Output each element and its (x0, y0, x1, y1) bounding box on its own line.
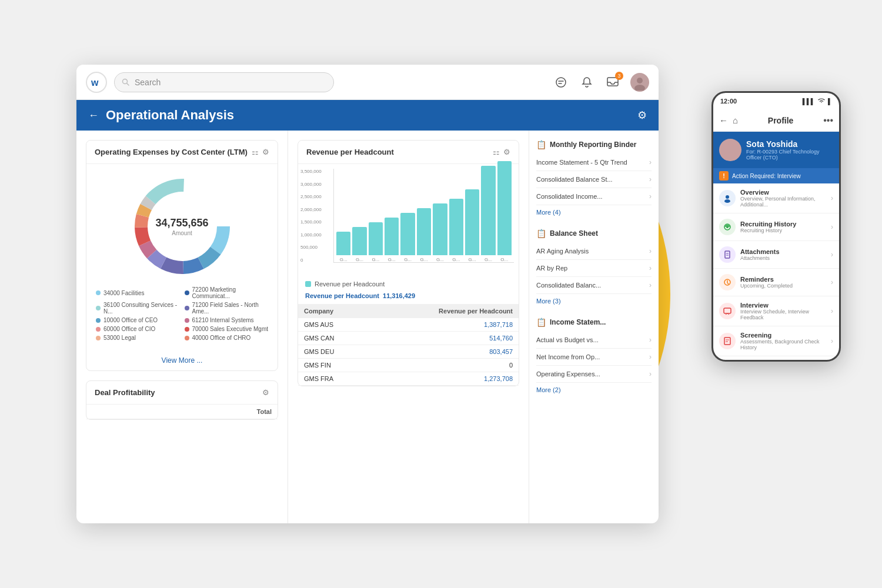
right-panel: 📋 Monthly Reporting Binder Income Statem… (529, 131, 659, 523)
monthly-binder-more[interactable]: More (4) (536, 205, 652, 219)
legend-label-6: 61210 Internal Systems (192, 317, 254, 323)
monthly-binder-title: Monthly Reporting Binder (550, 141, 636, 149)
donut-chart: 34,755,656 Amount (129, 173, 235, 279)
balance-sheet-header: 📋 Balance Sheet (536, 229, 652, 238)
bar-3: G... (369, 222, 383, 262)
rev-stat-value: 11,316,429 (383, 292, 415, 299)
op-expenses-card: Operating Expenses by Cost Center (LTM) … (86, 140, 278, 371)
rev-settings-icon[interactable]: ⚙ (503, 148, 510, 156)
bar-11: O... (497, 161, 512, 262)
chat-icon[interactable] (553, 74, 569, 91)
income-statement-more[interactable]: More (2) (536, 383, 652, 397)
rev-row-2-company: GMS CAN (298, 332, 370, 345)
menu-item-reminders[interactable]: Reminders Upcoming, Completed › (713, 269, 839, 296)
balance-sheet-more[interactable]: More (3) (536, 294, 652, 308)
rev-row-1-value[interactable]: 1,387,718 (370, 318, 519, 332)
menu-item-recruiting[interactable]: Recruiting History Recruiting History › (713, 213, 839, 241)
legend-label-2: 72200 Marketing Communicat... (192, 286, 269, 299)
legend-dot-7 (96, 327, 101, 332)
monthly-binder-header: 📋 Monthly Reporting Binder (536, 140, 652, 149)
is-item-3[interactable]: Operating Expenses... › (536, 366, 652, 383)
menu-item-overview[interactable]: Overview Overview, Personal Information,… (713, 183, 839, 213)
donut-area: 34,755,656 Amount 34000 Facilities 72200… (86, 164, 278, 350)
legend-dot-10 (185, 336, 189, 340)
rev-table-row-3: GMS DEU 803,457 (298, 345, 519, 359)
reminders-sub: Upcoming, Completed (740, 283, 826, 289)
svg-rect-25 (725, 251, 730, 258)
binder-icon: 📋 (536, 140, 546, 149)
reminders-chevron: › (831, 278, 833, 286)
inbox-icon[interactable]: 3 (604, 74, 621, 91)
phone-nav-title: Profile (743, 116, 818, 125)
is-item-1[interactable]: Actual vs Budget vs... › (536, 332, 652, 349)
binder-item-1[interactable]: Income Statement - 5 Qtr Trend › (536, 154, 652, 171)
menu-item-employment-offer[interactable]: Employment Offer Employment Offer Detail… (713, 356, 839, 362)
legend-item-5: 10000 Office of CEO (96, 317, 180, 323)
legend-dot-5 (96, 318, 101, 323)
y-label-8: 0 (300, 258, 322, 263)
y-label-5: 1,500,000 (300, 219, 322, 225)
view-more-button[interactable]: View More ... (86, 350, 278, 370)
legend-item-1: 34000 Facilities (96, 286, 180, 299)
back-button[interactable]: ← (88, 109, 99, 122)
donut-center: 34,755,656 Amount (155, 217, 208, 236)
phone-home-button[interactable]: ⌂ (733, 115, 738, 125)
user-avatar[interactable] (630, 73, 649, 92)
bar-6: G... (417, 208, 431, 262)
rev-stat-label: Revenue per Headcount (305, 292, 379, 299)
profile-role: For: R-00293 Chief Technology Officer (C… (746, 149, 833, 161)
reminders-text: Reminders Upcoming, Completed (740, 276, 826, 289)
donut-label: Amount (155, 229, 208, 236)
page-title: Operational Analysis (106, 108, 630, 123)
is-item-2[interactable]: Net Income from Op... › (536, 349, 652, 366)
action-required-text: Action Required: Interview (732, 173, 801, 179)
rev-filter-icon[interactable]: ⚏ (493, 148, 500, 156)
bar-10: G... (481, 166, 495, 262)
deal-profitability-card: Deal Profitability ⚙ Total (86, 380, 278, 420)
legend-dot-1 (96, 290, 101, 295)
income-statement-header: 📋 Income Statem... (536, 318, 652, 327)
bs-item-1[interactable]: AR Aging Analysis › (536, 243, 652, 260)
y-label-3: 2,500,000 (300, 194, 322, 199)
legend-dot-3 (96, 306, 101, 310)
search-bar[interactable]: Search (114, 72, 334, 92)
bs-item-3[interactable]: Consolidated Balanc... › (536, 277, 652, 294)
svg-point-3 (556, 78, 566, 87)
bs-item-2[interactable]: AR by Rep › (536, 260, 652, 277)
filter-icon[interactable]: ⚏ (252, 148, 259, 156)
deal-profitability-title: Deal Profitability (95, 388, 155, 397)
menu-item-attachments[interactable]: Attachments Attachments › (713, 241, 839, 269)
deal-settings-icon[interactable]: ⚙ (262, 388, 269, 397)
is-item-3-label: Operating Expenses... (536, 370, 600, 377)
legend-item-4: 71200 Field Sales - North Ame... (185, 302, 269, 315)
workday-logo[interactable]: w (86, 72, 107, 93)
phone-back-button[interactable]: ← (719, 115, 728, 125)
profile-avatar (719, 139, 741, 161)
menu-item-interview[interactable]: Interview Interview Schedule, Interview … (713, 296, 839, 326)
is-chevron-3: › (649, 370, 652, 378)
phone-more-button[interactable]: ••• (823, 115, 833, 126)
mobile-phone: 12:00 ▌▌▌ ▌ ← ⌂ Profile ••• Sota Yoshida… (711, 91, 841, 362)
rev-stat: Revenue per Headcount 11,316,429 (298, 290, 519, 304)
y-label-1: 3,500,000 (300, 169, 322, 174)
rev-row-1-company: GMS AUS (298, 318, 370, 332)
overview-icon (719, 190, 736, 206)
binder-item-2[interactable]: Consolidated Balance St... › (536, 171, 652, 188)
balance-sheet-title: Balance Sheet (550, 229, 598, 238)
legend-label-7: 60000 Office of CIO (103, 326, 155, 332)
settings-icon[interactable]: ⚙ (637, 109, 647, 122)
action-required-banner[interactable]: ! Action Required: Interview (713, 168, 839, 183)
settings-icon-small[interactable]: ⚙ (262, 148, 269, 156)
notifications-icon[interactable] (579, 74, 595, 91)
svg-point-22 (724, 199, 730, 203)
rev-table-row-4: GMS FIN 0 (298, 359, 519, 372)
binder-item-2-label: Consolidated Balance St... (536, 176, 613, 183)
binder-item-3[interactable]: Consolidated Income... › (536, 188, 652, 205)
rev-row-2-value[interactable]: 514,760 (370, 332, 519, 345)
menu-item-screening[interactable]: Screening Assessments, Background Check … (713, 326, 839, 356)
rev-row-5-value[interactable]: 1,273,708 (370, 372, 519, 386)
rev-row-4-value: 0 (370, 359, 519, 372)
rev-row-3-value[interactable]: 803,457 (370, 345, 519, 359)
svg-rect-30 (724, 338, 730, 345)
balance-sheet-icon: 📋 (536, 229, 546, 238)
